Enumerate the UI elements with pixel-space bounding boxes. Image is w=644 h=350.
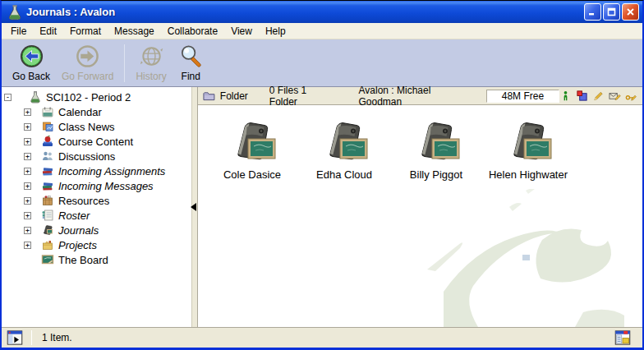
tree-item-the-board[interactable]: The Board <box>2 252 191 267</box>
history-icon <box>139 44 164 69</box>
expand-toggle[interactable]: + <box>24 212 31 219</box>
go-back-label: Go Back <box>12 71 50 82</box>
tree-label: Projects <box>58 239 97 251</box>
file-count-label: 0 Files 1 Folder <box>269 85 333 108</box>
app-window: Journals : Avalon File Edit Format Messa… <box>0 0 644 350</box>
minimize-icon <box>588 7 597 16</box>
expand-toggle[interactable]: + <box>24 123 31 131</box>
panel-splitter[interactable] <box>191 87 198 327</box>
tree-item-incoming-messages[interactable]: + Incoming Messages <box>2 178 191 193</box>
tree-item-resources[interactable]: + Resources <box>2 193 191 208</box>
board-icon <box>41 253 54 266</box>
menu-view[interactable]: View <box>224 24 259 39</box>
tree-item-course-content[interactable]: + Course Content <box>2 134 191 149</box>
folder-type-label: Folder <box>220 90 248 102</box>
journal-name: Cole Dasice <box>223 168 281 181</box>
tree-label: Incoming Assignments <box>58 165 165 177</box>
expand-toggle[interactable]: + <box>24 197 31 205</box>
windows-overlay-icon[interactable] <box>576 90 588 102</box>
menu-collaborate[interactable]: Collaborate <box>161 24 224 39</box>
roster-icon <box>41 209 54 222</box>
discussions-icon <box>41 150 54 163</box>
folder-header-bar: Folder 0 Files 1 Folder Avalon : Michael… <box>198 87 642 105</box>
tree-label: Incoming Messages <box>58 180 154 192</box>
journal-item-cole-dasice[interactable]: Cole Dasice <box>206 120 298 181</box>
collapse-toggle[interactable]: - <box>4 94 12 101</box>
close-button[interactable] <box>622 3 639 21</box>
history-button[interactable]: History <box>130 43 172 83</box>
tree-label: Course Content <box>58 136 133 148</box>
tree-label: Resources <box>58 195 109 207</box>
course-content-icon <box>41 135 54 148</box>
collapse-panel-arrow-icon[interactable] <box>191 203 196 211</box>
menu-format[interactable]: Format <box>63 24 108 39</box>
menu-help[interactable]: Help <box>259 24 292 39</box>
minimize-button[interactable] <box>584 3 601 21</box>
pencil-icon[interactable] <box>592 90 605 102</box>
mail-edit-icon[interactable] <box>609 90 621 102</box>
journals-icon <box>41 223 54 237</box>
menu-bar: File Edit Format Message Collaborate Vie… <box>2 23 642 39</box>
account-label: Avalon : Michael Goodman <box>359 85 468 108</box>
expand-toggle[interactable]: + <box>24 108 31 116</box>
find-label: Find <box>182 71 200 82</box>
tree-item-class-news[interactable]: + Class News <box>2 119 191 134</box>
statusbar-separator <box>31 330 32 345</box>
status-bar: 1 Item. <box>2 327 642 348</box>
journal-list: Cole Dasice Edha Cloud <box>198 105 642 327</box>
go-back-button[interactable]: Go Back <box>7 43 56 83</box>
tree-item-calendar[interactable]: + Calendar <box>2 104 191 119</box>
journal-item-edha-cloud[interactable]: Edha Cloud <box>298 120 390 181</box>
tree-label: Journals <box>58 224 99 237</box>
flask-icon <box>7 4 23 21</box>
menu-message[interactable]: Message <box>108 24 161 39</box>
find-icon <box>178 44 204 69</box>
island-watermark <box>427 189 642 327</box>
class-news-icon <box>41 120 54 133</box>
expand-toggle[interactable]: + <box>24 182 31 190</box>
journal-name: Edha Cloud <box>316 168 372 181</box>
tree-item-discussions[interactable]: + Discussions <box>2 149 191 163</box>
journal-book-icon <box>320 120 368 166</box>
toolbar-separator <box>124 44 125 82</box>
expand-toggle[interactable]: + <box>24 227 31 234</box>
tree-item-sci102[interactable]: - SCI102 - Period 2 <box>2 90 191 104</box>
menu-edit[interactable]: Edit <box>33 24 63 39</box>
tree-item-projects[interactable]: + Projects <box>2 237 191 252</box>
journal-item-helen-highwater[interactable]: Helen Highwater <box>482 120 574 181</box>
tree-item-journals[interactable]: + Journals <box>2 223 191 237</box>
split-view-icon[interactable] <box>7 329 23 346</box>
title-bar[interactable]: Journals : Avalon <box>2 1 642 23</box>
expand-toggle[interactable]: + <box>24 153 31 160</box>
toolbar: Go Back Go Forward History <box>2 39 642 87</box>
layout-icon[interactable] <box>614 329 631 346</box>
journal-name: Helen Highwater <box>489 168 568 181</box>
find-button[interactable]: Find <box>172 43 209 83</box>
tree-label: Calendar <box>58 106 102 118</box>
expand-toggle[interactable]: + <box>24 168 31 175</box>
tree-label: SCI102 - Period 2 <box>46 91 131 104</box>
tree-label: Discussions <box>58 150 115 163</box>
tree-item-roster[interactable]: + Roster <box>2 208 191 223</box>
history-label: History <box>136 71 166 82</box>
member-icon[interactable] <box>559 90 572 102</box>
tree-item-incoming-assignments[interactable]: + Incoming Assignments <box>2 163 191 178</box>
journal-item-billy-piggot[interactable]: Billy Piggot <box>390 120 482 181</box>
flask-icon <box>29 90 42 104</box>
go-forward-button[interactable]: Go Forward <box>56 43 119 83</box>
journal-book-icon <box>504 120 552 166</box>
menu-file[interactable]: File <box>4 24 33 39</box>
assignments-icon <box>41 164 54 177</box>
journal-book-icon <box>228 120 276 166</box>
journal-name: Billy Piggot <box>410 168 462 181</box>
tree-label: The Board <box>58 254 108 266</box>
projects-icon <box>41 238 54 251</box>
maximize-icon <box>607 7 616 16</box>
go-forward-icon <box>75 44 100 69</box>
expand-toggle[interactable]: + <box>24 138 31 145</box>
expand-toggle[interactable]: + <box>24 242 31 249</box>
folder-icon <box>203 90 215 102</box>
free-space-indicator: 48M Free <box>486 90 559 103</box>
key-edit-icon[interactable] <box>625 90 637 102</box>
maximize-button[interactable] <box>603 3 620 21</box>
